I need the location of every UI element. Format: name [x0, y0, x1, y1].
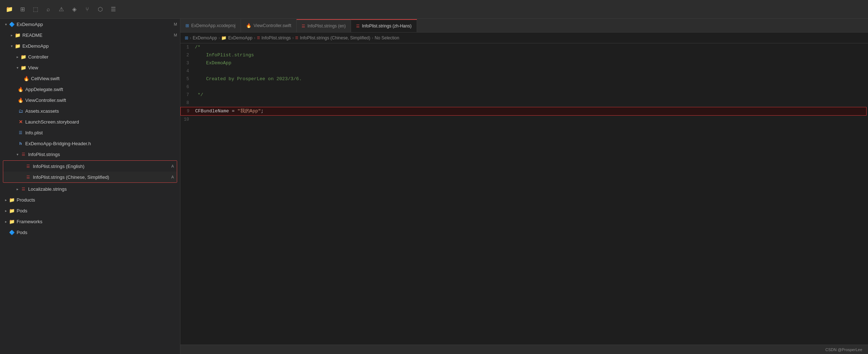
line-content: */ — [195, 91, 868, 99]
sidebar-item-frameworks[interactable]: ▸ 📁 Frameworks — [0, 216, 180, 227]
code-line-3: 3 ExDemoApp — [180, 59, 868, 67]
list-icon[interactable]: ☰ — [108, 4, 118, 14]
sidebar-item-products[interactable]: ▸ 📁 Products — [0, 194, 180, 205]
sidebar-item-bridging-header[interactable]: h ExDemoApp-Bridging-Header.h — [0, 138, 180, 149]
sidebar-item-viewcontroller[interactable]: 🔥 ViewController.swift — [0, 95, 180, 105]
main-container: ▾ 🔷 ExDemoApp M ▸ 📁 README M ▾ 📁 ExDemoA… — [0, 19, 868, 354]
grid-icon[interactable]: ⊞ — [17, 4, 27, 14]
chevron-icon — [3, 229, 9, 235]
breadcrumb-item-1: ExDemoApp — [193, 35, 217, 40]
folder-nav-icon[interactable]: 📁 — [4, 4, 14, 14]
xcodeproj-icon: 🔷 — [9, 21, 15, 27]
sidebar: ▾ 🔷 ExDemoApp M ▸ 📁 README M ▾ 📁 ExDemoA… — [0, 19, 180, 354]
breadcrumb-icon: ⊞ — [185, 35, 188, 40]
warning-icon[interactable]: ⚠ — [56, 4, 66, 14]
sidebar-item-infoplist-strings[interactable]: ▾ ☰ InfoPlist.strings — [0, 149, 180, 160]
strings-icon: ☰ — [20, 151, 27, 157]
sidebar-item-assets[interactable]: 🗂 Assets.xcassets — [0, 105, 180, 116]
strings-icon: ☰ — [25, 174, 31, 180]
line-content: CFBundleName = "我的App"; — [195, 107, 866, 115]
line-number: 7 — [180, 91, 195, 99]
tab-label: InfoPlist.strings (zh-Hans) — [362, 23, 411, 29]
swift-icon: 🔥 — [17, 86, 24, 92]
sidebar-item-label: README — [22, 33, 171, 38]
item-badge: A — [171, 164, 174, 168]
sidebar-item-label: CellView.swift — [31, 76, 177, 81]
xcodeproj-tab-icon: ⊞ — [185, 23, 189, 28]
status-bar: CSDN @ProsperLee — [180, 345, 868, 354]
tab-infoplist-zh[interactable]: ☰ InfoPlist.strings (zh-Hans) — [351, 19, 417, 32]
line-number: 9 — [181, 107, 195, 115]
sidebar-item-label: ViewController.swift — [25, 98, 177, 103]
sidebar-item-label: Controller — [28, 54, 177, 60]
sidebar-item-localizable[interactable]: ▸ ☰ Localizable.strings — [0, 184, 180, 194]
sidebar-item-label: ExDemoApp — [17, 22, 171, 27]
chevron-icon: ▾ — [14, 65, 20, 70]
folder-icon: 📁 — [9, 218, 15, 225]
breadcrumb-item-4: InfoPlist.strings (Chinese, Simplified) — [300, 35, 370, 40]
line-number: 10 — [180, 116, 195, 124]
diamond-icon[interactable]: ◈ — [69, 4, 79, 14]
chevron-icon: ▸ — [14, 186, 20, 192]
editor-area: ⊞ ExDemoApp.xcodeproj 🔥 ViewController.s… — [180, 19, 868, 354]
sidebar-item-label: AppDelegate.swift — [25, 87, 177, 92]
chevron-icon: ▾ — [3, 21, 9, 27]
sidebar-item-label: Localizable.strings — [28, 186, 177, 192]
window-icon[interactable]: ⬚ — [30, 4, 40, 14]
chevron-icon: ▸ — [14, 54, 20, 60]
tag-icon[interactable]: ⬡ — [95, 4, 105, 14]
tab-label: ViewController.swift — [254, 23, 291, 28]
sidebar-item-label: InfoPlist.strings — [28, 152, 177, 157]
code-line-5: 5 Created by ProsperLee on 2023/3/6. — [180, 75, 868, 83]
sidebar-item-pods-group[interactable]: ▸ 📁 Pods — [0, 205, 180, 216]
tab-xcodeproj[interactable]: ⊞ ExDemoApp.xcodeproj — [180, 19, 241, 32]
folder-icon: 📁 — [9, 207, 15, 214]
folder-icon: 📁 — [20, 53, 27, 60]
sidebar-item-exdemoapp-group[interactable]: ▾ 📁 ExDemoApp — [0, 40, 180, 51]
line-content: ExDemoApp — [195, 59, 868, 67]
code-editor[interactable]: 1 /* 2 InfoPlist.strings 3 ExDemoApp — [180, 43, 868, 345]
chevron-icon: ▸ — [3, 208, 9, 213]
sidebar-item-appdelegate[interactable]: 🔥 AppDelegate.swift — [0, 84, 180, 95]
sidebar-item-cellview[interactable]: 🔥 CellView.swift — [0, 73, 180, 84]
sidebar-item-infoplist-zh[interactable]: ☰ InfoPlist.strings (Chinese, Simplified… — [3, 172, 177, 182]
chevron-icon: ▾ — [9, 43, 14, 49]
git-icon[interactable]: ⑂ — [82, 4, 92, 14]
sidebar-item-view[interactable]: ▾ 📁 View — [0, 62, 180, 73]
code-line-6: 6 — [180, 83, 868, 91]
code-line-10: 10 — [180, 116, 868, 124]
sidebar-item-infoplist[interactable]: ☰ Info.plist — [0, 127, 180, 138]
sidebar-item-readme[interactable]: ▸ 📁 README M — [0, 30, 180, 40]
sidebar-item-infoplist-en[interactable]: ☰ InfoPlist.strings (English) A — [3, 161, 177, 172]
breadcrumb-strings2-icon: ☰ — [295, 36, 298, 40]
tab-viewcontroller[interactable]: 🔥 ViewController.swift — [241, 19, 297, 32]
line-number: 4 — [180, 67, 195, 75]
breadcrumb-strings-icon: ☰ — [257, 36, 260, 40]
line-number: 6 — [180, 83, 195, 91]
code-line-9[interactable]: 9 CFBundleName = "我的App"; — [180, 107, 867, 116]
code-line-7: 7 */ — [180, 91, 868, 99]
swift-icon: 🔥 — [17, 97, 24, 103]
breadcrumb-item-5: No Selection — [375, 35, 399, 40]
sidebar-item-launchscreen[interactable]: ✕ LaunchScreen.storyboard — [0, 116, 180, 127]
tab-infoplist-en[interactable]: ☰ InfoPlist.strings (en) — [297, 19, 351, 32]
tab-label: ExDemoApp.xcodeproj — [191, 23, 236, 28]
sidebar-item-pods-xcodeproj[interactable]: 🔷 Pods — [0, 227, 180, 238]
tab-bar: ⊞ ExDemoApp.xcodeproj 🔥 ViewController.s… — [180, 19, 868, 33]
sidebar-item-label: Info.plist — [25, 130, 177, 135]
strings-tab-icon: ☰ — [356, 24, 360, 29]
folder-icon: 📁 — [14, 43, 21, 49]
sidebar-item-exdemoapp-root[interactable]: ▾ 🔷 ExDemoApp M — [0, 19, 180, 30]
sidebar-item-controller[interactable]: ▸ 📁 Controller — [0, 51, 180, 62]
sidebar-item-label: InfoPlist.strings (Chinese, Simplified) — [33, 174, 168, 180]
line-number: 3 — [180, 59, 195, 67]
swift-icon: 🔥 — [23, 75, 30, 82]
folder-icon: 📁 — [20, 64, 27, 71]
search-icon[interactable]: ⌕ — [43, 4, 53, 14]
h-icon: h — [17, 140, 24, 147]
strings-tab-icon: ☰ — [302, 24, 305, 29]
breadcrumb-folder-icon: 📁 — [221, 35, 227, 40]
item-badge: M — [174, 33, 177, 37]
tab-label: InfoPlist.strings (en) — [307, 23, 346, 29]
line-number: 1 — [180, 43, 195, 51]
